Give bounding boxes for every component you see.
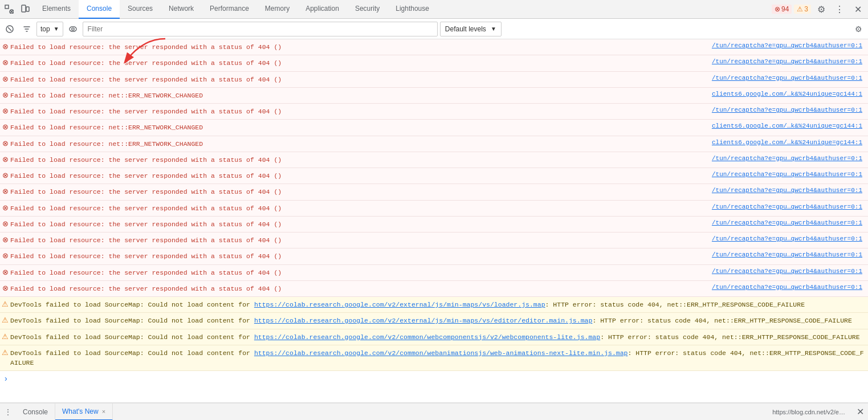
console-entry-error: ⊗ Failed to load resource: the server re… xyxy=(0,168,868,184)
console-entry-error: ⊗ Failed to load resource: the server re… xyxy=(0,265,868,281)
console-entry-error: ⊗ Failed to load resource: the server re… xyxy=(0,72,868,88)
error-entry-icon: ⊗ xyxy=(0,153,10,164)
command-input[interactable] xyxy=(11,374,863,382)
error-entry-source[interactable]: /tun/recaptcha?e=gpu…qwcrb4&authuser=0:1 xyxy=(707,56,866,65)
tab-bar: Elements Console Sources Network Perform… xyxy=(0,0,868,19)
error-entry-text: Failed to load resource: the server resp… xyxy=(10,40,707,54)
error-entry-source[interactable]: clients6.google.com/…k&%24unique=gc144:1 xyxy=(707,121,866,129)
bottom-tab-whats-new[interactable]: What's New × xyxy=(55,403,113,421)
more-options-icon[interactable]: ⋮ xyxy=(832,1,847,17)
context-selector[interactable]: top ▼ xyxy=(36,22,63,36)
error-entry-icon: ⊗ xyxy=(0,250,10,260)
error-entry-source[interactable]: /tun/recaptcha?e=gpu…qwcrb4&authuser=0:1 xyxy=(707,169,866,178)
error-entry-icon: ⊗ xyxy=(0,234,10,244)
error-entry-source[interactable]: /tun/recaptcha?e=gpu…qwcrb4&authuser=0:1 xyxy=(707,105,866,113)
error-entry-source[interactable]: /tun/recaptcha?e=gpu…qwcrb4&authuser=0:1 xyxy=(707,218,866,226)
level-dropdown-arrow: ▼ xyxy=(491,26,496,32)
error-entry-source[interactable]: /tun/recaptcha?e=gpu…qwcrb4&authuser=0:1 xyxy=(707,250,866,258)
warn-triangle-icon: ⚠ xyxy=(797,5,803,13)
console-entry-error: ⊗ Failed to load resource: the server re… xyxy=(0,281,868,297)
error-entry-source[interactable]: /tun/recaptcha?e=gpu…qwcrb4&authuser=0:1 xyxy=(707,73,866,81)
warn-entry-text: DevTools failed to load SourceMap: Could… xyxy=(10,298,866,311)
inspect-element-icon[interactable] xyxy=(2,2,16,16)
tab-elements[interactable]: Elements xyxy=(34,0,79,19)
tab-sources[interactable]: Sources xyxy=(120,0,161,19)
svg-point-6 xyxy=(69,26,76,31)
warn-entry-icon: ⚠ xyxy=(0,298,10,308)
console-entry-error: ⊗ Failed to load resource: the server re… xyxy=(0,217,868,233)
level-selector[interactable]: Default levels ▼ xyxy=(440,22,502,36)
console-entry-error: ⊗ Failed to load resource: the server re… xyxy=(0,152,868,168)
source-map-link[interactable]: https://colab.research.google.com/v2/com… xyxy=(254,349,628,357)
error-entry-source[interactable]: /tun/recaptcha?e=gpu…qwcrb4&authuser=0:1 xyxy=(707,282,866,291)
error-entry-source[interactable]: /tun/recaptcha?e=gpu…qwcrb4&authuser=0:1 xyxy=(707,234,866,242)
eye-icon[interactable] xyxy=(66,22,80,36)
close-devtools-icon[interactable]: ✕ xyxy=(850,1,866,17)
error-entry-text: Failed to load resource: the server resp… xyxy=(10,282,707,295)
settings-icon[interactable]: ⚙ xyxy=(813,1,829,17)
error-entry-text: Failed to load resource: the server resp… xyxy=(10,266,707,279)
bottom-close-icon[interactable]: ✕ xyxy=(852,404,868,420)
warn-entry-icon: ⚠ xyxy=(0,346,10,357)
bottom-bar: ⋮ Console What's New × https://blog.cdn.… xyxy=(0,403,868,420)
error-entry-source[interactable]: clients6.google.com/…k&%24unique=gc144:1 xyxy=(707,137,866,146)
error-entry-icon: ⊗ xyxy=(0,40,10,51)
tab-memory[interactable]: Memory xyxy=(257,0,298,19)
filter-input[interactable] xyxy=(83,22,438,36)
console-output[interactable]: ⊗ Failed to load resource: the server re… xyxy=(0,39,868,403)
whats-new-close-icon[interactable]: × xyxy=(102,408,105,415)
error-circle-icon: ⊗ xyxy=(775,5,780,13)
command-line[interactable]: › xyxy=(0,371,868,386)
console-entry-error: ⊗ Failed to load resource: the server re… xyxy=(0,104,868,120)
error-entry-icon: ⊗ xyxy=(0,56,10,67)
error-entry-text: Failed to load resource: the server resp… xyxy=(10,234,707,247)
error-entry-icon: ⊗ xyxy=(0,282,10,292)
error-entry-text: Failed to load resource: the server resp… xyxy=(10,56,707,70)
prompt-icon: › xyxy=(5,374,7,383)
error-entry-source[interactable]: /tun/recaptcha?e=gpu…qwcrb4&authuser=0:1 xyxy=(707,202,866,210)
error-entry-icon: ⊗ xyxy=(0,73,10,83)
error-entry-icon: ⊗ xyxy=(0,202,10,212)
error-entry-source[interactable]: /tun/recaptcha?e=gpu…qwcrb4&authuser=0:1 xyxy=(707,153,866,162)
error-entry-text: Failed to load resource: the server resp… xyxy=(10,153,707,166)
filter-icon[interactable] xyxy=(19,22,34,36)
console-entry-warning: ⚠ DevTools failed to load SourceMap: Cou… xyxy=(0,329,868,345)
warn-count-badge: ⚠ 3 xyxy=(794,5,811,14)
error-count-badge: ⊗ 94 xyxy=(772,5,792,14)
tab-network[interactable]: Network xyxy=(161,0,202,19)
tab-lighthouse[interactable]: Lighthouse xyxy=(388,0,437,19)
error-entry-source[interactable]: /tun/recaptcha?e=gpu…qwcrb4&authuser=0:1 xyxy=(707,266,866,275)
tab-performance[interactable]: Performance xyxy=(202,0,257,19)
console-entry-error: ⊗ Failed to load resource: the server re… xyxy=(0,201,868,217)
error-entry-icon: ⊗ xyxy=(0,266,10,276)
warn-entry-icon: ⚠ xyxy=(0,331,10,341)
error-entry-text: Failed to load resource: net::ERR_NETWOR… xyxy=(10,89,707,102)
bottom-status-url: https://blog.cdn.net/v2/e… xyxy=(772,409,850,415)
source-map-link[interactable]: https://colab.research.google.com/v2/ext… xyxy=(254,301,545,308)
tab-bar-right: ⊗ 94 ⚠ 3 ⚙ ⋮ ✕ xyxy=(772,1,868,17)
bottom-tab-console[interactable]: Console xyxy=(16,403,55,421)
tab-bar-left-icons xyxy=(0,2,34,16)
console-entry-error: ⊗ Failed to load resource: the server re… xyxy=(0,248,868,264)
clear-console-icon[interactable] xyxy=(2,22,17,36)
error-entry-source[interactable]: clients6.google.com/…k&%24unique=gc144:1 xyxy=(707,89,866,97)
source-map-link[interactable]: https://colab.research.google.com/v2/ext… xyxy=(254,317,593,324)
console-entry-error: ⊗ Failed to load resource: net::ERR_NETW… xyxy=(0,120,868,136)
error-entry-source[interactable]: /tun/recaptcha?e=gpu…qwcrb4&authuser=0:1 xyxy=(707,185,866,194)
settings-console-icon[interactable]: ⚙ xyxy=(851,22,866,36)
console-toolbar: top ▼ Default levels ▼ ⚙ xyxy=(0,19,868,39)
tab-application[interactable]: Application xyxy=(298,0,347,19)
source-map-link[interactable]: https://colab.research.google.com/v2/com… xyxy=(254,333,600,341)
bottom-menu-icon[interactable]: ⋮ xyxy=(0,404,16,420)
device-toolbar-icon[interactable] xyxy=(18,2,32,16)
error-entry-icon: ⊗ xyxy=(0,121,10,131)
console-entry-error: ⊗ Failed to load resource: the server re… xyxy=(0,39,868,55)
error-entry-source[interactable]: /tun/recaptcha?e=gpu…qwcrb4&authuser=0:1 xyxy=(707,40,866,49)
tab-console[interactable]: Console xyxy=(79,0,120,19)
error-entry-icon: ⊗ xyxy=(0,137,10,148)
error-entry-text: Failed to load resource: the server resp… xyxy=(10,185,707,198)
tab-security[interactable]: Security xyxy=(347,0,388,19)
svg-rect-3 xyxy=(26,7,29,11)
error-entry-text: Failed to load resource: the server resp… xyxy=(10,250,707,263)
svg-point-7 xyxy=(71,27,74,30)
